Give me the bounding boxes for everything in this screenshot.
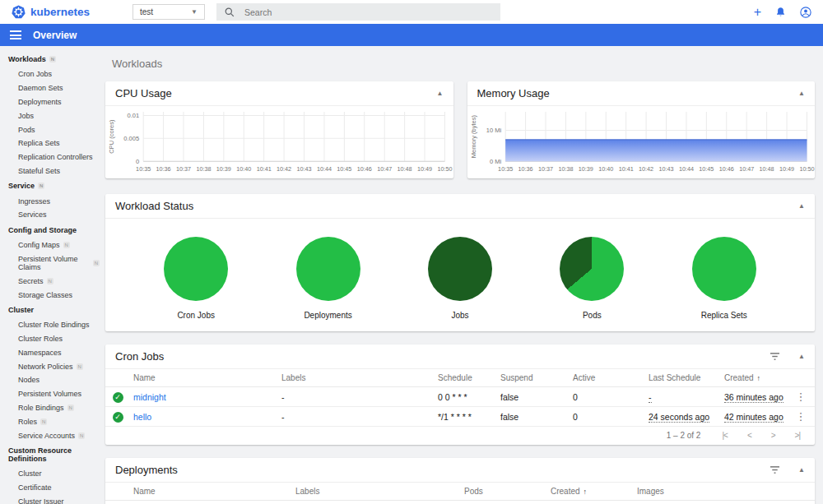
collapse-caret-icon[interactable]: ▲: [437, 90, 444, 97]
sidebar-item-cluster-role-bindings[interactable]: Cluster Role Bindings: [0, 318, 103, 332]
column-header-last-schedule[interactable]: Last Schedule: [645, 369, 721, 387]
next-page-button[interactable]: >: [771, 431, 775, 440]
sidebar-item-roles[interactable]: RolesN: [0, 414, 103, 428]
previous-page-button[interactable]: <: [747, 431, 751, 440]
collapse-caret-icon[interactable]: ▲: [798, 353, 805, 360]
sidebar-section-cluster[interactable]: Cluster: [0, 302, 103, 318]
column-header-labels[interactable]: Labels: [278, 369, 435, 387]
schedule-cell: 0 0 * * *: [435, 387, 497, 407]
filter-list-icon[interactable]: [770, 352, 780, 361]
svg-text:0: 0: [136, 158, 139, 165]
sidebar-item-label: Services: [18, 210, 47, 219]
kubernetes-logo[interactable]: kubernetes: [12, 5, 90, 19]
sidebar-item-stateful-sets[interactable]: Stateful Sets: [0, 164, 103, 178]
sidebar-item-cluster-issuer[interactable]: Cluster Issuer: [0, 495, 103, 504]
namespace-selector[interactable]: test ▼: [133, 4, 205, 20]
resource-link[interactable]: hello: [133, 412, 151, 422]
pie-replica-sets: Replica Sets: [675, 237, 774, 320]
column-header-images[interactable]: Images: [634, 483, 767, 501]
svg-text:10:49: 10:49: [779, 165, 794, 173]
sidebar-item-deployments[interactable]: Deployments: [0, 95, 103, 109]
sidebar-item-network-policies[interactable]: Network PoliciesN: [0, 359, 103, 373]
sidebar-item-pods[interactable]: Pods: [0, 123, 103, 136]
sidebar-item-jobs[interactable]: Jobs: [0, 109, 103, 123]
column-header-name[interactable]: Name: [130, 369, 278, 387]
column-header-status: [105, 483, 130, 501]
sidebar-item-service-accounts[interactable]: Service AccountsN: [0, 428, 103, 442]
search-bar[interactable]: [216, 3, 500, 21]
sidebar-item-ingresses[interactable]: Ingresses: [0, 194, 103, 208]
sidebar-item-label: Cluster: [18, 469, 42, 478]
svg-text:10:35: 10:35: [498, 165, 513, 173]
sidebar-item-role-bindings[interactable]: Role BindingsN: [0, 401, 103, 415]
sidebar-item-secrets[interactable]: SecretsN: [0, 274, 103, 288]
search-input[interactable]: [244, 7, 492, 17]
pie-cron-jobs: Cron Jobs: [146, 237, 245, 320]
sidebar-section-service[interactable]: ServiceN: [0, 178, 103, 194]
main-content: Workloads CPU Usage ▲ 10:3510:3610:3710:…: [103, 46, 823, 504]
column-header-schedule[interactable]: Schedule: [435, 369, 497, 387]
svg-text:0.01: 0.01: [128, 112, 140, 119]
sidebar-section-label: Workloads: [8, 55, 46, 63]
sidebar-item-certificate[interactable]: Certificate: [0, 481, 103, 495]
row-menu-icon[interactable]: ⋮: [790, 410, 811, 423]
sidebar-item-nodes[interactable]: Nodes: [0, 373, 103, 387]
add-resource-icon[interactable]: +: [754, 6, 761, 19]
column-header-name[interactable]: Name: [130, 483, 292, 501]
sidebar-item-persistent-volumes[interactable]: Persistent Volumes: [0, 387, 103, 401]
sidebar-item-replica-sets[interactable]: Replica Sets: [0, 136, 103, 150]
sidebar-item-label: Deployments: [18, 98, 62, 106]
pie-chart-jobs: [428, 237, 492, 301]
column-header-suspend[interactable]: Suspend: [497, 369, 570, 387]
svg-text:10:38: 10:38: [558, 165, 573, 173]
sidebar-item-label: Replica Sets: [18, 139, 60, 147]
svg-text:10:43: 10:43: [296, 165, 311, 173]
pie-label: Deployments: [304, 311, 351, 320]
first-page-button[interactable]: |<: [722, 431, 727, 440]
svg-text:0 Mi: 0 Mi: [489, 158, 501, 165]
notifications-bell-icon[interactable]: [775, 7, 786, 17]
cron-jobs-card: Cron Jobs ▲ NameLabelsScheduleSuspendAct…: [105, 344, 815, 445]
sidebar-item-cluster[interactable]: Cluster: [0, 467, 103, 481]
sidebar-item-replication-controllers[interactable]: Replication Controllers: [0, 150, 103, 164]
svg-text:10:37: 10:37: [176, 165, 191, 173]
sidebar-section-workloads[interactable]: WorkloadsN: [0, 51, 103, 67]
collapse-caret-icon[interactable]: ▲: [798, 90, 805, 97]
last_schedule-cell: -: [645, 387, 721, 407]
actions-cell: ⋮: [787, 387, 815, 407]
column-header-actions: [787, 369, 815, 387]
column-header-created[interactable]: Created↑: [721, 369, 787, 387]
row-menu-icon[interactable]: ⋮: [790, 391, 811, 403]
pie-chart-cron-jobs: [164, 237, 228, 301]
sidebar-item-label: Jobs: [18, 112, 34, 120]
sidebar-item-label: Namespaces: [18, 349, 62, 357]
column-header-created[interactable]: Created↑: [547, 483, 634, 501]
cron-jobs-title: Cron Jobs: [115, 350, 164, 363]
user-account-icon[interactable]: [800, 7, 811, 18]
sidebar-item-cluster-roles[interactable]: Cluster Roles: [0, 332, 103, 346]
created-value: 36 minutes ago: [724, 392, 783, 403]
resource-link[interactable]: midnight: [133, 392, 166, 402]
labels-cell: -: [292, 501, 461, 504]
sidebar-item-daemon-sets[interactable]: Daemon Sets: [0, 81, 103, 95]
active-cell: 0: [570, 407, 645, 427]
menu-hamburger-icon[interactable]: [10, 29, 21, 42]
collapse-caret-icon[interactable]: ▲: [798, 202, 805, 210]
column-header-active[interactable]: Active: [570, 369, 645, 387]
collapse-caret-icon[interactable]: ▲: [798, 466, 805, 474]
sidebar-item-config-maps[interactable]: Config MapsN: [0, 238, 103, 252]
last-page-button[interactable]: >|: [795, 431, 800, 440]
created-cell: 48 seconds ago: [547, 501, 634, 504]
sidebar-section-custom-resource-definitions[interactable]: Custom Resource Definitions: [0, 442, 103, 467]
sidebar-section-config-and-storage[interactable]: Config and Storage: [0, 222, 103, 238]
sidebar-item-services[interactable]: Services: [0, 208, 103, 222]
sidebar-item-label: Replication Controllers: [18, 153, 93, 161]
sidebar-item-namespaces[interactable]: Namespaces: [0, 346, 103, 360]
column-header-labels[interactable]: Labels: [292, 483, 461, 501]
sidebar-item-storage-classes[interactable]: Storage Classes: [0, 288, 103, 302]
filter-list-icon[interactable]: [770, 465, 780, 474]
svg-text:10:49: 10:49: [417, 165, 432, 173]
column-header-pods[interactable]: Pods: [461, 483, 547, 501]
sidebar-item-cron-jobs[interactable]: Cron Jobs: [0, 67, 103, 81]
sidebar-item-persistent-volume-claims[interactable]: Persistent Volume ClaimsN: [0, 252, 103, 275]
